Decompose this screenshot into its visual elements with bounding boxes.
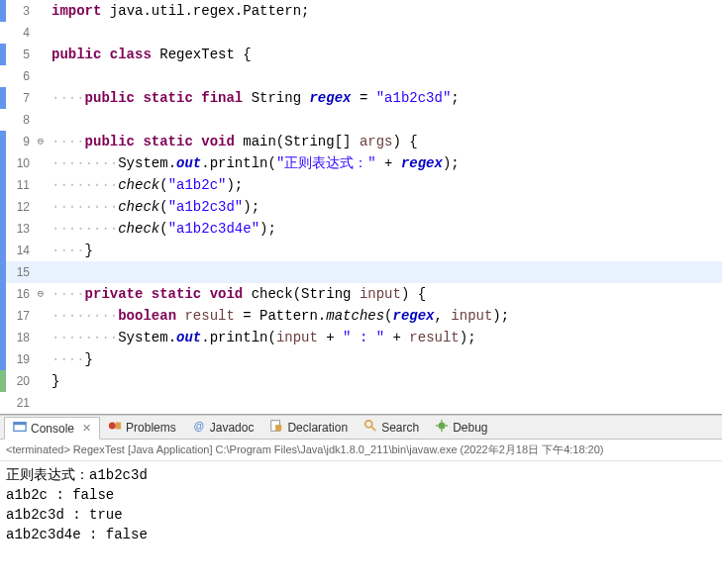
code-line[interactable]: 17········boolean result = Pattern.match… xyxy=(0,305,722,327)
line-number: 16 xyxy=(6,283,34,305)
line-number: 19 xyxy=(6,348,34,370)
code-line[interactable]: 3import java.util.regex.Pattern; xyxy=(0,0,722,22)
code-editor[interactable]: 3import java.util.regex.Pattern;45public… xyxy=(0,0,722,414)
line-number: 4 xyxy=(6,22,34,44)
code-line[interactable]: 6 xyxy=(0,65,722,87)
tab-problems[interactable]: Problems xyxy=(100,417,184,438)
code-text[interactable] xyxy=(48,22,52,44)
line-number: 7 xyxy=(6,87,34,109)
code-text[interactable] xyxy=(48,261,52,283)
code-line[interactable]: 4 xyxy=(0,22,722,44)
fold-toggle-icon xyxy=(34,348,48,370)
svg-rect-6 xyxy=(276,425,282,431)
tab-search[interactable]: Search xyxy=(356,417,427,438)
code-line[interactable]: 5public class RegexTest { xyxy=(0,44,722,65)
console-line: 正则表达式：a1b2c3d xyxy=(6,465,716,485)
tab-label: Javadoc xyxy=(210,421,255,435)
fold-toggle-icon xyxy=(34,392,48,414)
code-text[interactable]: ········System.out.println("正则表达式：" + re… xyxy=(48,152,460,174)
code-line[interactable]: 14····} xyxy=(0,240,722,261)
javadoc-icon: @ xyxy=(192,419,206,436)
tab-console[interactable]: Console✕ xyxy=(4,417,100,440)
code-text[interactable]: ········check("a1b2c3d"); xyxy=(48,196,259,218)
fold-toggle-icon xyxy=(34,109,48,131)
tab-label: Console xyxy=(31,422,74,436)
svg-line-8 xyxy=(371,427,375,431)
problems-icon xyxy=(108,419,122,436)
fold-toggle-icon xyxy=(34,218,48,240)
line-number: 9 xyxy=(6,131,34,152)
svg-rect-1 xyxy=(14,423,26,426)
line-number: 10 xyxy=(6,152,34,174)
code-text[interactable]: ········System.out.println(input + " : "… xyxy=(48,327,476,348)
code-line[interactable]: 11········check("a1b2c"); xyxy=(0,174,722,196)
line-number: 3 xyxy=(6,0,34,22)
svg-rect-3 xyxy=(116,423,121,430)
tab-label: Search xyxy=(381,421,419,435)
console-line: a1b2c3d4e : false xyxy=(6,525,716,544)
code-line[interactable]: 16⊖····private static void check(String … xyxy=(0,283,722,305)
code-text[interactable]: ····public static void main(String[] arg… xyxy=(48,131,418,152)
fold-toggle-icon xyxy=(34,327,48,348)
code-line[interactable]: 21 xyxy=(0,392,722,414)
code-text[interactable] xyxy=(48,109,52,131)
debug-icon xyxy=(435,419,449,436)
code-text[interactable]: } xyxy=(48,370,59,392)
fold-toggle-icon[interactable]: ⊖ xyxy=(34,131,48,152)
code-text[interactable] xyxy=(48,65,52,87)
line-number: 20 xyxy=(6,370,34,392)
fold-toggle-icon xyxy=(34,44,48,65)
code-line[interactable]: 13········check("a1b2c3d4e"); xyxy=(0,218,722,240)
tab-javadoc[interactable]: @Javadoc xyxy=(184,417,262,438)
fold-toggle-icon xyxy=(34,370,48,392)
close-icon[interactable]: ✕ xyxy=(78,422,91,435)
tab-label: Declaration xyxy=(287,421,348,435)
code-line[interactable]: 19····} xyxy=(0,348,722,370)
code-line[interactable]: 7····public static final String regex = … xyxy=(0,87,722,109)
code-line[interactable]: 20} xyxy=(0,370,722,392)
code-text[interactable]: ····} xyxy=(48,240,93,261)
line-number: 14 xyxy=(6,240,34,261)
line-number: 11 xyxy=(6,174,34,196)
code-line[interactable]: 18········System.out.println(input + " :… xyxy=(0,327,722,348)
line-number: 5 xyxy=(6,44,34,65)
console-output[interactable]: 正则表达式：a1b2c3da1b2c : falsea1b2c3d : true… xyxy=(0,461,722,548)
search-icon xyxy=(363,419,377,436)
line-number: 6 xyxy=(6,65,34,87)
line-number: 12 xyxy=(6,196,34,218)
tab-label: Problems xyxy=(126,421,176,435)
console-icon xyxy=(13,420,27,437)
code-text[interactable]: ····private static void check(String inp… xyxy=(48,283,426,305)
svg-point-9 xyxy=(439,423,446,430)
tab-declaration[interactable]: Declaration xyxy=(261,417,356,438)
code-line[interactable]: 12········check("a1b2c3d"); xyxy=(0,196,722,218)
tab-debug[interactable]: Debug xyxy=(427,417,495,438)
fold-toggle-icon xyxy=(34,174,48,196)
code-line[interactable]: 10········System.out.println("正则表达式：" + … xyxy=(0,152,722,174)
line-number: 18 xyxy=(6,327,34,348)
line-number: 21 xyxy=(6,392,34,414)
line-number: 13 xyxy=(6,218,34,240)
console-process-header: <terminated> RegexTest [Java Application… xyxy=(0,440,722,461)
code-text[interactable]: ········check("a1b2c"); xyxy=(48,174,243,196)
line-number: 8 xyxy=(6,109,34,131)
code-text[interactable]: import java.util.regex.Pattern; xyxy=(48,0,309,22)
code-text[interactable] xyxy=(48,392,52,414)
fold-toggle-icon[interactable]: ⊖ xyxy=(34,283,48,305)
fold-toggle-icon xyxy=(34,196,48,218)
code-text[interactable]: ····} xyxy=(48,348,93,370)
svg-point-2 xyxy=(109,423,116,430)
code-text[interactable]: public class RegexTest { xyxy=(48,44,252,65)
line-number: 15 xyxy=(6,261,34,283)
code-text[interactable]: ····public static final String regex = "… xyxy=(48,87,460,109)
code-text[interactable]: ········boolean result = Pattern.matches… xyxy=(48,305,509,327)
svg-point-7 xyxy=(365,421,372,428)
code-line[interactable]: 15 xyxy=(0,261,722,283)
fold-toggle-icon xyxy=(34,261,48,283)
code-line[interactable]: 8 xyxy=(0,109,722,131)
code-line[interactable]: 9⊖····public static void main(String[] a… xyxy=(0,131,722,152)
fold-toggle-icon xyxy=(34,22,48,44)
fold-toggle-icon xyxy=(34,0,48,22)
svg-text:@: @ xyxy=(193,420,203,432)
code-text[interactable]: ········check("a1b2c3d4e"); xyxy=(48,218,276,240)
